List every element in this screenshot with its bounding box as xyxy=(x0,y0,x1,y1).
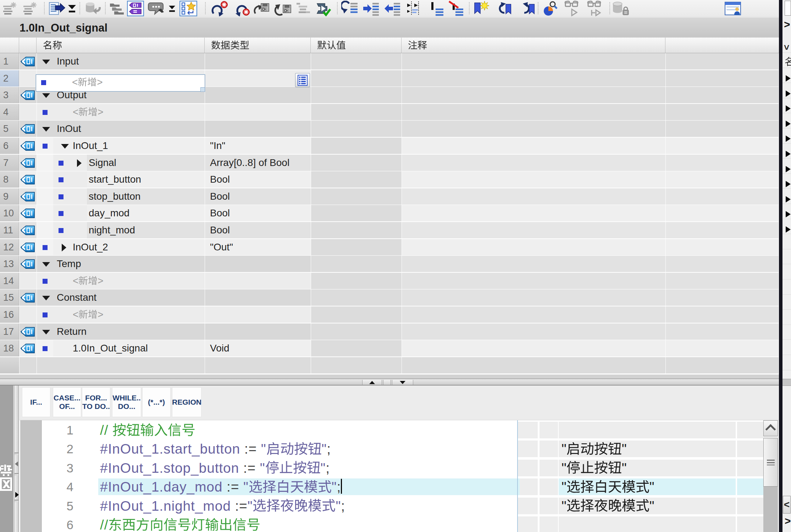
section-name[interactable]: Input xyxy=(57,56,79,67)
table-row[interactable]: 17 Return xyxy=(0,323,779,340)
panel-divider[interactable] xyxy=(779,0,782,532)
add-bookmark-icon[interactable] xyxy=(472,1,491,16)
code-line[interactable]: // xyxy=(100,516,260,532)
datatype-text[interactable]: Bool xyxy=(210,207,230,219)
row-number[interactable]: 8 xyxy=(0,171,19,188)
network-overview-icon[interactable] xyxy=(109,1,126,16)
name-cell[interactable]: night_mod xyxy=(37,222,205,238)
tree-expand-icon[interactable] xyxy=(786,211,791,217)
datatype-cell[interactable] xyxy=(205,121,311,137)
datatype-cell[interactable]: Bool xyxy=(205,205,311,221)
name-cell[interactable]: 1.0In_Out_signal xyxy=(37,340,205,356)
collapse-left-icon[interactable] xyxy=(15,461,18,466)
row-number[interactable]: 10 xyxy=(0,205,19,221)
operand-cell[interactable] xyxy=(559,422,736,438)
variable-name[interactable]: stop_button xyxy=(89,191,140,202)
row-number[interactable]: 5 xyxy=(0,121,19,137)
tree-expand-icon[interactable] xyxy=(786,151,791,157)
default-value-cell[interactable] xyxy=(311,53,402,70)
name-cell[interactable] xyxy=(37,357,205,373)
add-row-icon[interactable] xyxy=(48,1,66,16)
table-row[interactable]: 12 InOut_2"Out" xyxy=(0,239,779,255)
section-name[interactable]: Temp xyxy=(57,258,81,270)
name-cell[interactable]: InOut_1 xyxy=(37,138,205,154)
row-number[interactable]: 6 xyxy=(0,138,19,154)
add-row-menu-icon[interactable] xyxy=(67,1,77,16)
operand-cell[interactable]: "" xyxy=(559,498,736,514)
datatype-text[interactable]: Void xyxy=(210,343,229,354)
outdent-icon[interactable] xyxy=(384,1,402,16)
datatype-text[interactable]: "In" xyxy=(210,140,225,151)
add-new-entry[interactable]: <> xyxy=(73,309,104,320)
default-value-cell[interactable] xyxy=(311,222,402,238)
operand-cell[interactable]: "" xyxy=(559,478,736,495)
snippet-button[interactable]: IF... xyxy=(22,387,50,417)
default-value-cell[interactable] xyxy=(311,306,402,323)
name-cell[interactable]: Input xyxy=(37,53,205,70)
upload-icon[interactable] xyxy=(84,1,103,16)
table-row[interactable]: 13 Temp xyxy=(0,256,779,272)
variable-name[interactable]: InOut_2 xyxy=(73,242,108,253)
expand-arrow-icon[interactable] xyxy=(42,127,50,132)
table-row[interactable]: 11 night_modBool xyxy=(0,222,779,238)
tree-expand-icon[interactable] xyxy=(786,121,791,127)
clear-format-icon[interactable] xyxy=(448,1,466,16)
row-number[interactable]: 9 xyxy=(0,188,19,205)
datatype-cell[interactable]: Bool xyxy=(205,188,311,205)
default-value-cell[interactable] xyxy=(311,87,402,103)
default-value-cell[interactable] xyxy=(311,323,402,340)
comment-cell[interactable] xyxy=(402,256,665,272)
name-cell[interactable]: <> xyxy=(37,306,205,323)
name-cell[interactable]: Return xyxy=(37,323,205,340)
comment-cell[interactable] xyxy=(402,273,665,289)
comments-icon[interactable] xyxy=(148,1,165,16)
consistency-check-icon[interactable] xyxy=(314,1,333,16)
expand-bottom-icon[interactable]: > xyxy=(785,515,791,527)
row-number[interactable]: 13 xyxy=(0,256,19,272)
right-panel-button[interactable] xyxy=(785,1,791,16)
tree-expand-icon[interactable] xyxy=(786,105,791,112)
operand-cell[interactable]: "" xyxy=(559,460,736,476)
name-cell[interactable]: stop_button xyxy=(37,188,205,205)
find-replace-icon[interactable] xyxy=(542,1,561,16)
datatype-cell[interactable]: Bool xyxy=(205,222,311,238)
tree-expand-icon[interactable] xyxy=(786,75,791,82)
row-number[interactable]: 16 xyxy=(0,306,19,323)
expand-right-icon[interactable] xyxy=(15,492,19,498)
compile-all-icon[interactable] xyxy=(22,1,38,16)
operand-cell[interactable]: "" xyxy=(559,440,736,457)
row-number[interactable]: 15 xyxy=(0,289,19,306)
default-value-cell[interactable] xyxy=(311,70,402,87)
datatype-cell[interactable]: "Out" xyxy=(205,239,311,255)
code-line[interactable]: // xyxy=(100,422,195,438)
section-name[interactable]: InOut xyxy=(57,123,81,134)
code-line[interactable]: #InOut_1.stop_button := ""; xyxy=(100,460,330,476)
expand-arrow-icon[interactable] xyxy=(42,93,50,98)
name-cell[interactable]: <> xyxy=(37,104,205,120)
name-cell[interactable]: day_mod xyxy=(37,205,205,221)
snippet-button[interactable]: FOR... TO DO.. xyxy=(82,387,110,417)
name-cell[interactable]: InOut_2 xyxy=(37,239,205,255)
datatype-text[interactable]: Bool xyxy=(210,225,230,236)
row-number[interactable]: 14 xyxy=(0,273,19,289)
name-edit-box[interactable]: <> xyxy=(36,74,205,92)
row-number[interactable]: 11 xyxy=(0,222,19,238)
pane-splitter[interactable] xyxy=(0,378,779,386)
expand-arrow-icon[interactable] xyxy=(42,262,50,267)
name-cell[interactable]: Signal xyxy=(37,155,205,171)
format-icon[interactable] xyxy=(406,1,425,16)
column-header-comment[interactable] xyxy=(402,38,665,53)
row-number[interactable]: 17 xyxy=(0,323,19,340)
default-value-cell[interactable] xyxy=(311,171,402,188)
snippet-button[interactable]: REGION xyxy=(172,387,201,417)
datatype-cell[interactable] xyxy=(205,306,311,323)
comment-cell[interactable] xyxy=(402,87,665,103)
table-row[interactable]: 5 InOut xyxy=(0,121,779,137)
collapse-right-icon[interactable]: < xyxy=(783,496,791,514)
tree-expand-icon[interactable] xyxy=(786,181,791,187)
tree-expand-icon[interactable] xyxy=(786,196,791,203)
datatype-cell[interactable] xyxy=(205,273,311,289)
datatype-text[interactable]: "Out" xyxy=(210,242,233,253)
scroll-up-button[interactable] xyxy=(763,420,778,436)
goto-definition-icon[interactable] xyxy=(341,1,359,16)
